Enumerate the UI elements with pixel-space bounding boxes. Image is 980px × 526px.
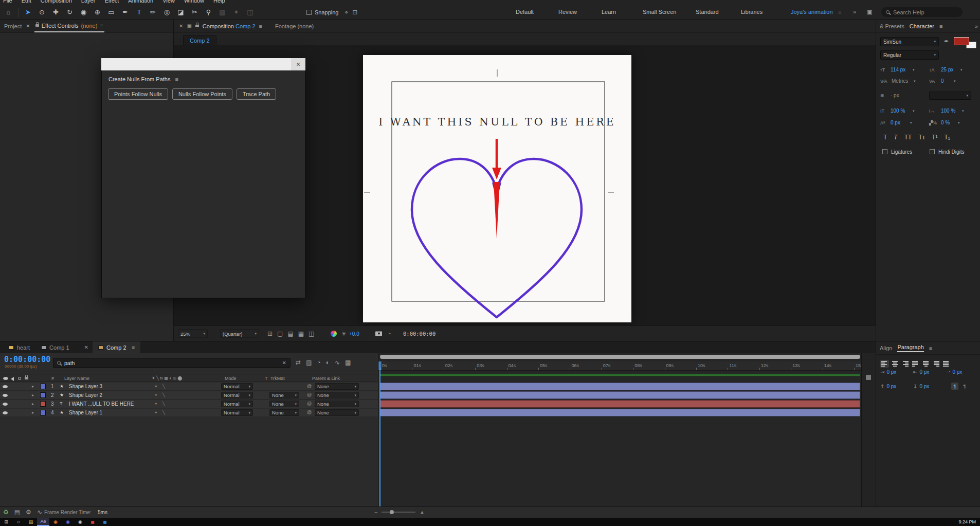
parent-pickwhip-icon[interactable]: @ bbox=[307, 392, 312, 397]
tab-effects-presets[interactable]: & Presets bbox=[880, 23, 904, 29]
font-style-dropdown[interactable]: Regular▾ bbox=[880, 50, 939, 60]
mode-dropdown[interactable]: Normal▾ bbox=[221, 392, 253, 398]
tracking-value[interactable]: 0 bbox=[941, 78, 944, 84]
menu-animation[interactable]: Animation bbox=[128, 0, 153, 5]
label-color-chip[interactable] bbox=[40, 401, 46, 407]
parent-pickwhip-icon[interactable]: @ bbox=[307, 401, 312, 406]
layer-row-1[interactable]: ▸1★Shape Layer 3✦╲Normal▾@None▾ bbox=[0, 383, 378, 391]
kerning-value[interactable]: Metrics bbox=[892, 78, 908, 84]
tab-project[interactable]: Project bbox=[4, 23, 22, 29]
panel-menu-icon[interactable]: ≡ bbox=[259, 23, 262, 29]
expander-icon[interactable]: ▸ bbox=[32, 393, 34, 397]
close-tab-icon[interactable]: ✕ bbox=[179, 23, 183, 29]
justify-all-button[interactable] bbox=[942, 360, 951, 368]
expander-icon[interactable]: ▸ bbox=[32, 402, 34, 406]
tab-align[interactable]: Align bbox=[880, 345, 892, 351]
font-size-value[interactable]: 114 px bbox=[891, 67, 905, 72]
layer-duration-bar-3[interactable] bbox=[380, 400, 860, 408]
layer-row-2[interactable]: ▸2★Shape Layer 2✦╲Normal▾None▾@None▾ bbox=[0, 391, 378, 400]
small-caps-button[interactable]: Tт bbox=[918, 134, 925, 141]
workspace-joya-s-animation[interactable]: Joya's animation bbox=[791, 9, 833, 15]
justify-last-center-button[interactable] bbox=[921, 360, 930, 368]
settings-icon[interactable]: ⚙ bbox=[26, 509, 31, 516]
tab-paragraph[interactable]: Paragraph bbox=[897, 344, 923, 352]
parent-dropdown[interactable]: None▾ bbox=[315, 383, 359, 390]
menu-window[interactable]: Window bbox=[184, 0, 204, 5]
dialog-button-points-follow-nulls[interactable]: Points Follow Nulls bbox=[108, 88, 168, 100]
space-after-field[interactable]: ↧0 px bbox=[913, 384, 929, 389]
mode-dropdown[interactable]: Normal▾ bbox=[221, 383, 253, 390]
caret-icon[interactable]: ▾ bbox=[913, 68, 915, 72]
current-time-indicator[interactable] bbox=[379, 361, 380, 506]
menu-help[interactable]: Help bbox=[213, 0, 225, 5]
after-effects-taskbar-icon[interactable]: Ae bbox=[37, 518, 49, 526]
resolution-dropdown[interactable]: (Quarter)▾ bbox=[220, 329, 259, 338]
quality-switch-icon[interactable]: ✦ bbox=[154, 384, 158, 389]
font-family-dropdown[interactable]: SimSun▾ bbox=[880, 37, 939, 46]
first-line-indent-field[interactable]: ⇀0 px bbox=[946, 369, 962, 375]
ltr-direction-button[interactable]: ¶ bbox=[951, 383, 958, 390]
collapse-switch-icon[interactable]: ╲ bbox=[162, 393, 165, 397]
mode-dropdown[interactable]: Normal▾ bbox=[221, 401, 253, 407]
justify-center-button[interactable] bbox=[891, 360, 899, 368]
layer-row-4[interactable]: ▸4★Shape Layer 1✦╲Normal▾None▾@None▾ bbox=[0, 409, 378, 417]
layer-duration-bar-2[interactable] bbox=[380, 391, 860, 399]
panel-menu-icon[interactable]: ≡ bbox=[929, 345, 932, 351]
horizontal-scale-value[interactable]: 100 % bbox=[941, 108, 955, 114]
label-color-chip[interactable] bbox=[40, 392, 46, 398]
menu-edit[interactable]: Edit bbox=[22, 0, 31, 5]
visibility-eye-icon[interactable] bbox=[3, 385, 8, 388]
region-of-interest-icon[interactable]: ▤ bbox=[287, 330, 293, 337]
layer-duration-bar-1[interactable] bbox=[380, 383, 860, 390]
close-tab-icon[interactable]: ✕ bbox=[26, 23, 30, 29]
baseline-shift-value[interactable]: 0 px bbox=[891, 120, 900, 125]
collapse-switch-icon[interactable]: ╲ bbox=[162, 402, 165, 406]
parent-pickwhip-icon[interactable]: @ bbox=[307, 384, 312, 389]
menu-composition[interactable]: Composition bbox=[41, 0, 72, 5]
collapse-switch-icon[interactable]: ╲ bbox=[162, 410, 165, 415]
workspace-review[interactable]: Review bbox=[558, 9, 577, 15]
tab-close-icon[interactable]: ✕ bbox=[84, 344, 88, 350]
faux-italic-button[interactable]: T bbox=[894, 134, 897, 141]
mode-dropdown[interactable]: Normal▾ bbox=[221, 409, 253, 416]
timeline-tab-comp-2[interactable]: Comp 2≡ bbox=[93, 341, 140, 354]
caret-icon[interactable]: ▾ bbox=[960, 68, 963, 72]
trkmat-dropdown[interactable]: None▾ bbox=[269, 409, 299, 416]
trkmat-dropdown[interactable]: None▾ bbox=[269, 392, 299, 398]
timeline-tab-heart[interactable]: heart bbox=[3, 341, 35, 354]
exposure-value[interactable]: +0.0 bbox=[349, 331, 359, 336]
menu-file[interactable]: File bbox=[3, 0, 12, 5]
tsume-value[interactable]: 0 % bbox=[941, 120, 950, 125]
timeline-tab-comp-1[interactable]: Comp 1 bbox=[35, 341, 75, 354]
justify-left-button[interactable] bbox=[880, 360, 889, 368]
zoom-slider-handle[interactable] bbox=[390, 510, 394, 514]
indent-right-field-value[interactable]: 0 px bbox=[919, 369, 929, 375]
panel-menu-icon[interactable]: ≡ bbox=[939, 23, 942, 29]
time-navigator[interactable] bbox=[380, 355, 860, 359]
effects-console-icon[interactable]: ▣ bbox=[867, 9, 872, 15]
justify-last-left-button[interactable] bbox=[911, 360, 920, 368]
menu-view[interactable]: View bbox=[162, 0, 175, 5]
layers-icon[interactable]: ▤ bbox=[14, 509, 20, 516]
dialog-titlebar[interactable]: ✕ bbox=[101, 58, 305, 70]
superscript-button[interactable]: T¹ bbox=[932, 134, 937, 141]
indent-left-field-value[interactable]: 0 px bbox=[886, 369, 896, 375]
render-status-icon[interactable]: ♻ bbox=[3, 509, 9, 516]
caret-icon[interactable]: ▾ bbox=[910, 121, 912, 125]
label-color-chip[interactable] bbox=[40, 384, 46, 389]
vertical-scale-value[interactable]: 100 % bbox=[891, 108, 905, 114]
label-color-chip[interactable] bbox=[40, 410, 46, 415]
taskbar-clock[interactable]: 9:24 PM bbox=[958, 519, 976, 524]
work-area-bar[interactable] bbox=[380, 374, 860, 376]
panel-menu-icon[interactable]: ≡ bbox=[175, 76, 178, 82]
workspace-menu-icon[interactable]: ≡ bbox=[838, 9, 841, 15]
justify-last-right-button[interactable] bbox=[932, 360, 940, 368]
indent-right-field[interactable]: ⇤0 px bbox=[913, 369, 929, 375]
discord-taskbar-icon[interactable]: ◉ bbox=[62, 518, 74, 526]
firefox-taskbar-icon[interactable]: ◉ bbox=[49, 518, 62, 526]
rtl-direction-button[interactable]: ¶ bbox=[961, 383, 968, 390]
parent-dropdown[interactable]: None▾ bbox=[315, 401, 359, 407]
fill-color-swatch[interactable] bbox=[954, 37, 976, 48]
visibility-eye-icon[interactable] bbox=[3, 403, 8, 406]
parent-pickwhip-icon[interactable]: @ bbox=[307, 410, 312, 415]
